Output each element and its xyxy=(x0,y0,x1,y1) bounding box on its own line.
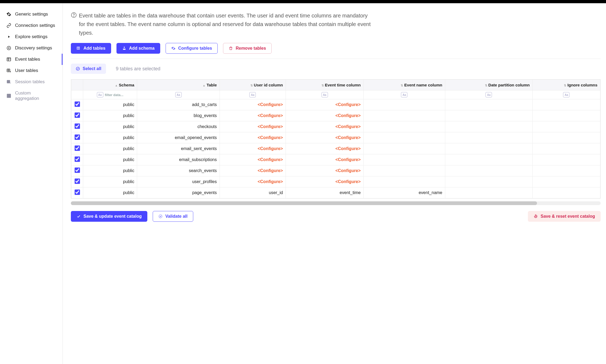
sidebar-item-discovery-settings[interactable]: Discovery settings xyxy=(0,42,63,54)
event-time-cell[interactable]: <Configure> xyxy=(286,132,364,143)
scrollbar-thumb[interactable] xyxy=(71,201,537,205)
filter-ignore[interactable]: Aa xyxy=(532,90,600,99)
filter-event-name[interactable]: Aa xyxy=(363,90,445,99)
event-name-cell[interactable] xyxy=(363,143,445,154)
row-checkbox[interactable] xyxy=(75,190,80,195)
date-partition-cell[interactable] xyxy=(445,132,533,143)
row-checkbox[interactable] xyxy=(75,156,80,162)
ignore-cell[interactable] xyxy=(532,176,600,187)
sidebar-item-connection-settings[interactable]: Connection settings xyxy=(0,20,63,31)
date-partition-cell[interactable] xyxy=(445,110,533,121)
table-cell[interactable]: user_profiles xyxy=(137,176,220,187)
row-checkbox[interactable] xyxy=(75,134,80,140)
date-partition-cell[interactable] xyxy=(445,154,533,165)
save-update-button[interactable]: Save & update event catalog xyxy=(71,211,147,222)
user-id-cell[interactable]: <Configure> xyxy=(220,176,286,187)
date-partition-cell[interactable] xyxy=(445,143,533,154)
user-id-cell[interactable]: <Configure> xyxy=(220,99,286,110)
table-cell[interactable]: add_to_carts xyxy=(137,99,220,110)
row-checkbox[interactable] xyxy=(75,145,80,151)
date-partition-cell[interactable] xyxy=(445,121,533,132)
event-name-header[interactable]: ⇅Event name column xyxy=(363,80,445,90)
sidebar-item-custom-aggregation[interactable]: Custom aggregation xyxy=(0,88,63,104)
ignore-cell[interactable] xyxy=(532,121,600,132)
date-partition-cell[interactable] xyxy=(445,99,533,110)
schema-cell[interactable]: public xyxy=(83,165,137,176)
event-name-cell[interactable]: event_name xyxy=(363,187,445,198)
event-name-cell[interactable] xyxy=(363,165,445,176)
table-cell[interactable]: blog_events xyxy=(137,110,220,121)
event-time-cell[interactable]: <Configure> xyxy=(286,121,364,132)
save-reset-button[interactable]: Save & reset event catalog xyxy=(528,211,601,222)
user-id-cell[interactable]: user_id xyxy=(220,187,286,198)
add-schema-button[interactable]: Add schema xyxy=(116,43,160,54)
schema-cell[interactable]: public xyxy=(83,176,137,187)
validate-all-button[interactable]: Validate all xyxy=(153,211,193,222)
event-name-cell[interactable] xyxy=(363,154,445,165)
table-cell[interactable]: checkouts xyxy=(137,121,220,132)
sidebar-item-event-tables[interactable]: Event tables xyxy=(0,54,63,65)
date-partition-cell[interactable] xyxy=(445,176,533,187)
filter-table[interactable]: Aa xyxy=(137,90,220,99)
event-name-cell[interactable] xyxy=(363,110,445,121)
event-name-cell[interactable] xyxy=(363,121,445,132)
table-cell[interactable]: search_events xyxy=(137,165,220,176)
table-header[interactable]: ▲Table xyxy=(137,80,220,90)
ignore-cell[interactable] xyxy=(532,187,600,198)
ignore-cell[interactable] xyxy=(532,110,600,121)
event-time-cell[interactable]: <Configure> xyxy=(286,154,364,165)
schema-cell[interactable]: public xyxy=(83,99,137,110)
row-checkbox[interactable] xyxy=(75,123,80,129)
event-time-cell[interactable]: <Configure> xyxy=(286,176,364,187)
ignore-cell[interactable] xyxy=(532,154,600,165)
filter-schema[interactable]: Aafilter data... xyxy=(83,90,137,99)
sidebar-item-session-tables[interactable]: Session tables xyxy=(0,76,63,88)
table-cell[interactable]: email_subscriptions xyxy=(137,154,220,165)
user-id-header[interactable]: ⇅User id column xyxy=(220,80,286,90)
ignore-columns-header[interactable]: ⇅Ignore columns xyxy=(532,80,600,90)
schema-cell[interactable]: public xyxy=(83,143,137,154)
ignore-cell[interactable] xyxy=(532,165,600,176)
user-id-cell[interactable]: <Configure> xyxy=(220,132,286,143)
event-name-cell[interactable] xyxy=(363,176,445,187)
user-id-cell[interactable]: <Configure> xyxy=(220,165,286,176)
row-checkbox[interactable] xyxy=(75,179,80,184)
schema-header[interactable]: ▲Schema xyxy=(83,80,137,90)
filter-user-id[interactable]: Aa xyxy=(220,90,286,99)
remove-tables-button[interactable]: Remove tables xyxy=(223,43,272,54)
sidebar-item-explore-settings[interactable]: Explore settings xyxy=(0,31,63,42)
event-time-cell[interactable]: <Configure> xyxy=(286,165,364,176)
schema-cell[interactable]: public xyxy=(83,154,137,165)
date-partition-cell[interactable] xyxy=(445,187,533,198)
horizontal-scrollbar[interactable] xyxy=(71,201,601,205)
table-cell[interactable]: email_opened_events xyxy=(137,132,220,143)
filter-event-time[interactable]: Aa xyxy=(286,90,364,99)
ignore-cell[interactable] xyxy=(532,99,600,110)
event-time-cell[interactable]: <Configure> xyxy=(286,99,364,110)
table-cell[interactable]: page_events xyxy=(137,187,220,198)
schema-cell[interactable]: public xyxy=(83,121,137,132)
event-name-cell[interactable] xyxy=(363,132,445,143)
user-id-cell[interactable]: <Configure> xyxy=(220,154,286,165)
date-partition-cell[interactable] xyxy=(445,165,533,176)
user-id-cell[interactable]: <Configure> xyxy=(220,110,286,121)
filter-date-partition[interactable]: Aa xyxy=(445,90,533,99)
add-tables-button[interactable]: Add tables xyxy=(71,43,111,54)
row-checkbox[interactable] xyxy=(75,101,80,107)
user-id-cell[interactable]: <Configure> xyxy=(220,121,286,132)
schema-cell[interactable]: public xyxy=(83,132,137,143)
configure-tables-button[interactable]: Configure tables xyxy=(166,43,218,54)
event-name-cell[interactable] xyxy=(363,99,445,110)
schema-cell[interactable]: public xyxy=(83,187,137,198)
ignore-cell[interactable] xyxy=(532,143,600,154)
ignore-cell[interactable] xyxy=(532,132,600,143)
user-id-cell[interactable]: <Configure> xyxy=(220,143,286,154)
event-time-header[interactable]: ⇅Event time column xyxy=(286,80,364,90)
row-checkbox[interactable] xyxy=(75,112,80,118)
sidebar-item-generic-settings[interactable]: Generic settings xyxy=(0,9,63,20)
schema-cell[interactable]: public xyxy=(83,110,137,121)
event-time-cell[interactable]: <Configure> xyxy=(286,110,364,121)
select-all-button[interactable]: Select all xyxy=(71,64,106,74)
table-cell[interactable]: email_sent_events xyxy=(137,143,220,154)
sidebar-item-user-tables[interactable]: User tables xyxy=(0,65,63,76)
